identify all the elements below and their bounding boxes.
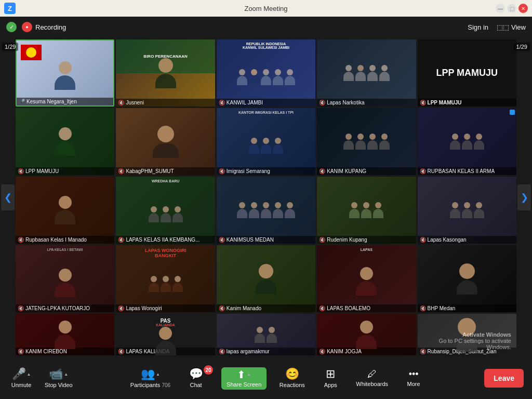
participants-icon: 👥 <box>141 368 155 380</box>
share-caret-icon: ▲ <box>247 372 251 377</box>
participant-label: 🔇 KANIMSUS MEDAN <box>217 236 315 244</box>
video-grid: 🎤 Kesuma Negara_Itjen BIRO PERENCANAAN 🔇… <box>16 39 516 355</box>
apps-icon: ⊞ <box>326 368 335 380</box>
apps-button[interactable]: ⊞ Apps <box>317 368 343 388</box>
zoom-logo: Z <box>4 3 16 14</box>
share-screen-button[interactable]: ⬆ ▲ Share Screen <box>221 367 267 390</box>
whiteboards-label: Whiteboards <box>356 381 388 387</box>
video-tile: 🔇 KabagPHM_SUMUT <box>116 108 215 175</box>
page-indicator-right: 1/29 <box>514 43 530 51</box>
window-title: Zoom Meeting <box>244 5 287 12</box>
video-tile: 🔇 Rupbasan Kelas I Manado <box>16 177 114 244</box>
mic-muted-icon: 🔇 <box>219 349 225 354</box>
leave-button[interactable]: Leave <box>484 369 524 388</box>
recording-badge: ✓ ● Recording <box>6 22 66 32</box>
title-bar-left: Z <box>4 3 16 14</box>
mic-muted-icon: 🔇 <box>420 100 426 105</box>
participant-label: 🔇 Rudenim Kupang <box>317 236 416 244</box>
participant-label: 🔇 LAPAS KELAS IIA KEMBANG... <box>116 236 215 244</box>
participant-label: 🔇 Lapas Kasongan <box>418 236 516 244</box>
video-tile: 🔇 RUPBASAN KELAS II ARMA <box>418 108 516 175</box>
video-tile: 🔇 Lapas Kasongan <box>418 177 516 244</box>
video-tile: LAPAS WONOGIRIBANGKIT 🔇 Lapas Wonogiri <box>116 245 215 312</box>
participant-label: 🔇 RUPBASAN KELAS II ARMA <box>418 167 516 175</box>
video-tile: 🔇 Kanim Manado <box>217 245 315 312</box>
close-button[interactable]: ✕ <box>518 4 528 13</box>
video-tile: LAPAS 🔇 LAPAS BOALEMO <box>317 245 416 312</box>
apps-label: Apps <box>324 382 337 388</box>
title-bar: Z Zoom Meeting — ⬚ ✕ <box>0 0 532 17</box>
participants-button[interactable]: 👥 ▲ Participants 706 <box>130 368 170 388</box>
mic-muted-icon: 🔇 <box>18 168 24 174</box>
participant-label: 🎤 Kesuma Negara_Itjen <box>17 98 113 105</box>
nav-next-button[interactable]: ❯ <box>517 184 531 210</box>
participant-label: 🔇 LAPAS BOALEMO <box>317 304 416 312</box>
whiteboards-icon: 🖊 <box>367 369 377 379</box>
video-tile: 🔇 Lapas Narkotika <box>317 39 416 107</box>
video-tile: WREDHA BARU 🔇 LAPAS KELAS IIA KEMBANG... <box>116 177 215 244</box>
chat-badge-count: 20 <box>204 365 213 375</box>
unmute-label: Unmute <box>11 382 32 388</box>
video-tile: KANTOR IMIGRASI KELAS I TPI 🔇 Imigrasi S… <box>217 108 315 175</box>
toolbar-right: Leave <box>484 369 524 388</box>
unmute-caret-icon: ▲ <box>27 372 31 377</box>
mic-muted-icon: 🔇 <box>18 349 24 354</box>
chat-icon: 💬 <box>189 368 203 380</box>
mic-muted-icon: 🔇 <box>219 305 225 311</box>
page-indicator-left: 1/29 <box>2 43 18 51</box>
mic-muted-icon: 🔇 <box>118 100 124 105</box>
mic-icon: 🎤 <box>19 99 25 104</box>
chat-button[interactable]: 💬 20 Chat <box>183 368 209 388</box>
mic-muted-icon: 🔇 <box>18 237 24 243</box>
recording-label: Recording <box>35 23 66 31</box>
stop-video-button[interactable]: 📹 ▲ Stop Video <box>45 368 73 388</box>
whiteboards-button[interactable]: 🖊 Whiteboards <box>356 369 388 387</box>
participant-label: 🔇 Jusneni <box>116 99 215 107</box>
view-button[interactable]: ⬚⬚ View <box>497 23 526 31</box>
minimize-button[interactable]: — <box>496 4 505 13</box>
reactions-icon: 😊 <box>285 368 299 380</box>
video-tile: 🔇 KANIMSUS MEDAN <box>217 177 315 244</box>
video-tile: 🔇 LPP MAMUJU <box>16 108 114 175</box>
video-tile: Activate Windows Go to PC settings to ac… <box>418 314 516 355</box>
participant-label: 🔇 KabagPHM_SUMUT <box>116 167 215 175</box>
more-button[interactable]: ••• More <box>401 369 427 387</box>
mic-muted-icon: 🔇 <box>18 305 24 311</box>
mic-muted-icon: 🔇 <box>118 305 124 311</box>
sign-in-button[interactable]: Sign in <box>468 23 488 31</box>
video-tile: 🔇 Rudenim Kupang <box>317 177 416 244</box>
video-tile: 🎤 Kesuma Negara_Itjen <box>16 39 114 107</box>
participants-label: Participants 706 <box>130 382 170 388</box>
mic-muted-icon: 🔇 <box>219 237 225 243</box>
more-icon: ••• <box>409 369 419 379</box>
participant-label: 🔇 LPP MAMUJU <box>418 99 516 107</box>
nav-previous-button[interactable]: ❮ <box>1 184 15 210</box>
mic-muted-icon: 🔇 <box>420 305 426 311</box>
video-grid-container: 1/29 ❮ 🎤 Kesuma Negara_Itjen <box>0 37 532 357</box>
video-tile: 🔇 KANIM KUPANG <box>317 108 416 175</box>
mic-muted-icon: 🔇 <box>319 100 325 105</box>
video-tile: 🔇 KANIM JOGJA <box>317 314 416 355</box>
reactions-button[interactable]: 😊 Reactions <box>279 368 305 388</box>
share-screen-label: Share Screen <box>227 381 261 388</box>
mic-muted-icon: 🔇 <box>420 349 426 354</box>
video-tile: PAS KALIANDA 🔇 LAPAS KALIANDA <box>116 314 215 355</box>
mic-muted-icon: 🔇 <box>420 168 426 174</box>
video-tile: REPUBLIK INDONESIAKANWIL SULAWESI JAMBI … <box>217 39 315 107</box>
reactions-label: Reactions <box>280 382 305 388</box>
unmute-button[interactable]: 🎤 ▲ Unmute <box>8 368 34 388</box>
more-label: More <box>407 381 420 387</box>
mic-muted-icon: 🔇 <box>219 100 225 105</box>
toolbar-left: 🎤 ▲ Unmute 📹 ▲ Stop Video <box>8 368 73 388</box>
video-tile: BIRO PERENCANAAN 🔇 Jusneni <box>116 39 215 107</box>
restore-button[interactable]: ⬚ <box>507 4 516 13</box>
toolbar-center: 👥 ▲ Participants 706 💬 20 Chat ⬆ ▲ Share… <box>130 367 427 390</box>
participant-label: 🔇 Lapas Wonogiri <box>116 304 215 312</box>
video-caret-icon: ▲ <box>64 372 68 377</box>
video-tile: 🔇 BHP Medan <box>418 245 516 312</box>
mic-muted-icon: 🔇 <box>118 237 124 243</box>
mic-muted-icon: 🔇 <box>319 237 325 243</box>
mic-muted-icon: 🔇 <box>319 305 325 311</box>
participant-label: 🔇 Lapas Narkotika <box>317 99 416 107</box>
shield-icon: ✓ <box>6 22 17 32</box>
